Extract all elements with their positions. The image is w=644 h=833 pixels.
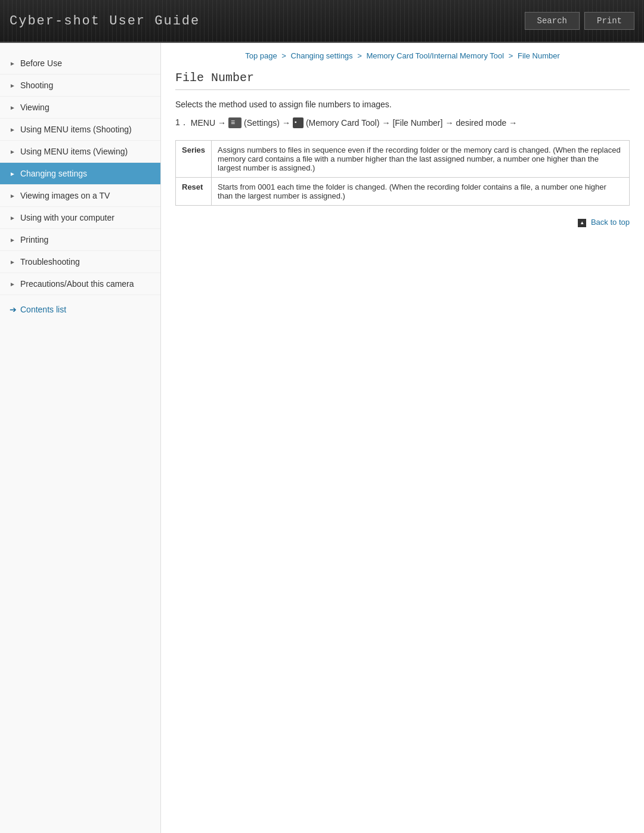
sidebar-item-label: Troubleshooting xyxy=(20,257,80,267)
arrow-1: → xyxy=(218,118,226,128)
contents-link-label: Contents list xyxy=(20,305,66,314)
sidebar-item-shooting[interactable]: ► Shooting xyxy=(0,75,160,97)
sidebar-item-changing-settings[interactable]: ► Changing settings xyxy=(0,163,160,185)
desired-mode-label: desired mode → xyxy=(456,118,517,128)
sidebar: ► Before Use ► Shooting ► Viewing ► Usin… xyxy=(0,43,161,833)
instruction-line: 1． MENU → (Settings) → (Memory Card Tool… xyxy=(175,117,630,128)
breadcrumb-item-2[interactable]: Memory Card Tool/Internal Memory Tool xyxy=(366,51,504,60)
sidebar-item-precautions[interactable]: ► Precautions/About this camera xyxy=(0,273,160,295)
chevron-right-icon: ► xyxy=(10,82,16,89)
breadcrumb: Top page > Changing settings > Memory Ca… xyxy=(175,43,630,66)
breadcrumb-sep-1: > xyxy=(357,51,364,60)
page-title: File Number xyxy=(175,71,630,85)
arrow-3: → xyxy=(382,118,390,128)
chevron-right-icon: ► xyxy=(10,237,16,243)
chevron-right-icon: ► xyxy=(10,60,16,67)
settings-icon xyxy=(228,117,242,128)
sidebar-item-menu-viewing[interactable]: ► Using MENU items (Viewing) xyxy=(0,141,160,163)
sidebar-item-viewing-tv[interactable]: ► Viewing images on a TV xyxy=(0,185,160,207)
table-row: Series Assigns numbers to files in seque… xyxy=(176,141,630,178)
breadcrumb-sep-2: > xyxy=(509,51,515,60)
memory-label: (Memory Card Tool) xyxy=(306,118,379,128)
print-button[interactable]: Print xyxy=(584,12,634,30)
chevron-right-icon: ► xyxy=(10,171,16,177)
file-number-label: [File Number] xyxy=(392,118,442,128)
menu-text: MENU xyxy=(191,118,215,128)
sidebar-item-label: Viewing images on a TV xyxy=(20,191,110,200)
sidebar-item-label: Shooting xyxy=(20,80,53,90)
chevron-right-icon: ► xyxy=(10,259,16,265)
chevron-right-icon: ► xyxy=(10,193,16,199)
sidebar-item-label: Before Use xyxy=(20,58,62,68)
search-button[interactable]: Search xyxy=(525,12,580,30)
series-label: Series xyxy=(176,141,212,178)
breadcrumb-item-3: File Number xyxy=(518,51,560,60)
sidebar-item-label: Printing xyxy=(20,235,48,244)
settings-label: (Settings) xyxy=(244,118,280,128)
page-header: Cyber-shot User Guide Search Print xyxy=(0,0,644,43)
arrow-right-icon: ➔ xyxy=(10,305,17,314)
sidebar-item-label: Using with your computer xyxy=(20,213,114,222)
back-to-top-icon: ▲ xyxy=(578,219,586,227)
memory-icon xyxy=(293,117,304,128)
breadcrumb-item-0[interactable]: Top page xyxy=(245,51,277,60)
breadcrumb-sep-0: > xyxy=(281,51,288,60)
sidebar-item-viewing[interactable]: ► Viewing xyxy=(0,97,160,119)
sidebar-item-menu-shooting[interactable]: ► Using MENU items (Shooting) xyxy=(0,119,160,141)
sidebar-item-troubleshooting[interactable]: ► Troubleshooting xyxy=(0,251,160,273)
chevron-right-icon: ► xyxy=(10,215,16,221)
sidebar-item-label: Changing settings xyxy=(20,169,87,178)
main-content: Top page > Changing settings > Memory Ca… xyxy=(161,43,644,833)
arrow-4: → xyxy=(445,118,453,128)
series-description: Assigns numbers to files in sequence eve… xyxy=(212,141,630,178)
page-title-section: File Number xyxy=(175,71,630,90)
sidebar-item-label: Using MENU items (Shooting) xyxy=(20,125,132,134)
sidebar-item-label: Using MENU items (Viewing) xyxy=(20,147,128,156)
content-description: Selects the method used to assign file n… xyxy=(175,100,630,109)
table-row: Reset Starts from 0001 each time the fol… xyxy=(176,178,630,206)
chevron-right-icon: ► xyxy=(10,281,16,287)
file-number-table: Series Assigns numbers to files in seque… xyxy=(175,140,630,206)
back-to-top-link[interactable]: Back to top xyxy=(591,218,630,227)
step-number: 1． xyxy=(175,117,188,128)
reset-description: Starts from 0001 each time the folder is… xyxy=(212,178,630,206)
chevron-right-icon: ► xyxy=(10,148,16,155)
breadcrumb-item-1[interactable]: Changing settings xyxy=(291,51,353,60)
arrow-2: → xyxy=(282,118,290,128)
header-buttons: Search Print xyxy=(525,12,634,30)
reset-label: Reset xyxy=(176,178,212,206)
contents-list-link[interactable]: ➔ Contents list xyxy=(0,298,160,321)
sidebar-item-label: Viewing xyxy=(20,103,49,112)
back-to-top-row: ▲ Back to top xyxy=(175,218,630,227)
sidebar-item-before-use[interactable]: ► Before Use xyxy=(0,52,160,75)
page-layout: ► Before Use ► Shooting ► Viewing ► Usin… xyxy=(0,43,644,833)
chevron-right-icon: ► xyxy=(10,126,16,133)
sidebar-item-using-computer[interactable]: ► Using with your computer xyxy=(0,207,160,229)
sidebar-item-label: Precautions/About this camera xyxy=(20,279,134,289)
app-title: Cyber-shot User Guide xyxy=(10,14,200,29)
sidebar-item-printing[interactable]: ► Printing xyxy=(0,229,160,251)
chevron-right-icon: ► xyxy=(10,104,16,111)
